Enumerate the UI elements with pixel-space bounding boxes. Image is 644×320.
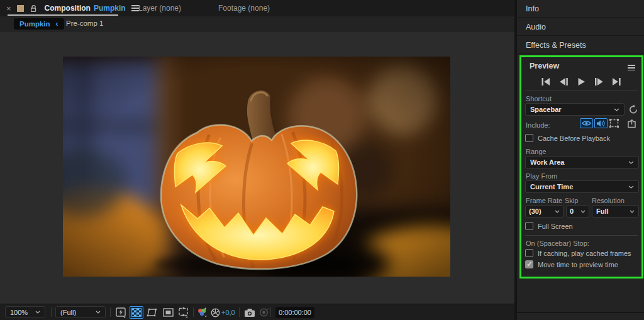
checkbox[interactable]	[525, 260, 533, 268]
include-label: Include:	[526, 121, 550, 129]
shortcut-value: Spacebar	[530, 106, 562, 113]
panel-header-effects-presets[interactable]: Effects & Presets	[517, 36, 644, 54]
preview-panel: Preview Shortcut Spacebar Include:	[519, 55, 643, 279]
step-back-icon[interactable]	[559, 77, 569, 86]
range-label: Range	[526, 148, 546, 155]
full-screen-row[interactable]: Full Screen	[525, 222, 573, 230]
exposure-icon[interactable]	[209, 306, 221, 319]
chevron-down-icon	[580, 210, 586, 213]
tab-layer[interactable]: Layer (none)	[138, 4, 181, 13]
transport-controls	[521, 75, 641, 89]
on-stop-label: On (Spacebar) Stop:	[526, 240, 589, 247]
shortcut-label: Shortcut	[526, 95, 552, 102]
close-icon[interactable]: ×	[6, 4, 11, 13]
transparency-grid-icon[interactable]	[130, 306, 143, 319]
fast-previews-icon[interactable]	[114, 306, 128, 319]
go-to-start-icon[interactable]	[541, 77, 552, 86]
skip-label: Skip	[565, 197, 578, 204]
reset-icon[interactable]	[628, 104, 638, 117]
take-snapshot-icon[interactable]	[243, 306, 257, 319]
chevron-down-icon	[614, 108, 619, 111]
panel-header-info[interactable]: Info	[517, 0, 644, 18]
magnification-value: 100%	[10, 309, 28, 316]
panel-header-label: Audio	[526, 23, 546, 31]
checkbox-label: Cache Before Playback	[538, 135, 610, 142]
right-panel-column: Info Audio Effects & Presets Preview Sho…	[514, 0, 644, 320]
checkbox-label: Move time to preview time	[538, 261, 618, 268]
breadcrumb-active-comp[interactable]: Pumpkin ‹	[14, 18, 64, 30]
chevron-down-icon	[555, 210, 560, 213]
chevron-down-icon	[628, 185, 634, 189]
exposure-value[interactable]: +0,0	[221, 309, 235, 316]
resolution-label: Resolution	[592, 197, 625, 204]
divider	[270, 307, 271, 317]
frame-rate-label: Frame Rate	[526, 197, 562, 204]
panel-header-label: Effects & Presets	[526, 41, 586, 50]
composition-breadcrumb-bar: Pumpkin ‹ Pre-comp 1	[0, 16, 514, 31]
divider	[193, 307, 194, 317]
divider	[517, 312, 644, 313]
checkbox[interactable]	[525, 134, 533, 142]
preview-time-field[interactable]: 0:00:00:00	[275, 307, 314, 318]
divider	[110, 307, 111, 317]
unlock-icon[interactable]	[30, 4, 38, 13]
breadcrumb-comp-label: Pumpkin	[19, 20, 50, 28]
panel-header-audio[interactable]: Audio	[517, 18, 644, 36]
composition-viewer[interactable]	[0, 31, 514, 304]
magnification-dropdown[interactable]: 100%	[5, 306, 45, 318]
checkbox[interactable]	[525, 222, 533, 230]
breadcrumb-parent-comp[interactable]: Pre-comp 1	[66, 19, 103, 27]
chevron-down-icon	[630, 210, 635, 213]
if-caching-row[interactable]: If caching, play cached frames	[525, 249, 631, 257]
frame-rate-dropdown[interactable]: (30)	[525, 205, 564, 218]
transmit-share-icon[interactable]	[627, 119, 638, 131]
show-snapshot-icon[interactable]	[257, 306, 270, 319]
include-audio-speaker-icon[interactable]	[594, 118, 608, 128]
grid-guides-icon[interactable]	[161, 306, 175, 319]
move-time-row[interactable]: Move time to preview time	[525, 260, 618, 268]
mask-visibility-icon[interactable]	[145, 306, 159, 319]
tab-composition[interactable]: Composition	[45, 4, 91, 13]
resolution-dropdown[interactable]: (Full)	[55, 306, 106, 318]
viewer-tab-bar: × Composition Pumpkin Layer (none) Foota…	[0, 0, 514, 16]
tab-footage[interactable]: Footage (none)	[218, 4, 270, 13]
skip-value: 0	[570, 207, 574, 215]
viewer-toolbar: 100% (Full)	[0, 304, 514, 320]
skip-dropdown[interactable]: 0	[566, 205, 589, 218]
divider	[525, 235, 638, 236]
after-effects-window: × Composition Pumpkin Layer (none) Foota…	[0, 0, 644, 320]
play-icon[interactable]	[577, 77, 587, 86]
divider	[525, 91, 638, 91]
active-tab-underline	[8, 14, 118, 16]
composition-canvas-image	[63, 57, 450, 277]
step-forward-icon[interactable]	[594, 77, 604, 86]
checkbox[interactable]	[525, 249, 533, 257]
range-dropdown[interactable]: Work Area	[525, 156, 639, 168]
shortcut-dropdown[interactable]: Spacebar	[525, 103, 625, 116]
checkbox-label: If caching, play cached frames	[538, 250, 631, 257]
resolution-preview-dropdown[interactable]: Full	[592, 205, 639, 218]
cache-before-playback-row[interactable]: Cache Before Playback	[525, 134, 610, 142]
go-to-end-icon[interactable]	[612, 77, 622, 86]
divider	[239, 307, 240, 317]
play-from-label: Play From	[526, 172, 557, 180]
panel-menu-icon[interactable]	[628, 63, 635, 72]
frame-rate-value: (30)	[529, 207, 541, 215]
resolution-value: (Full)	[60, 309, 76, 316]
tab-composition-name[interactable]: Pumpkin	[94, 4, 126, 13]
include-video-eye-icon[interactable]	[580, 118, 593, 128]
preview-panel-title[interactable]: Preview	[530, 62, 559, 70]
region-of-interest-icon[interactable]	[177, 306, 191, 319]
panel-menu-icon[interactable]	[131, 4, 139, 13]
chevron-down-icon	[91, 311, 101, 314]
resolution-preview-value: Full	[596, 207, 609, 215]
chevron-down-icon	[628, 161, 634, 164]
checkbox-label: Full Screen	[538, 223, 573, 230]
chevron-down-icon	[30, 311, 40, 314]
panel-color-swatch	[17, 5, 24, 12]
panel-header-label: Info	[526, 4, 539, 13]
play-from-dropdown[interactable]: Current Time	[525, 180, 639, 193]
include-overlays-frame-icon[interactable]	[609, 118, 619, 131]
play-from-value: Current Time	[530, 183, 573, 190]
channel-settings-icon[interactable]	[196, 306, 208, 319]
